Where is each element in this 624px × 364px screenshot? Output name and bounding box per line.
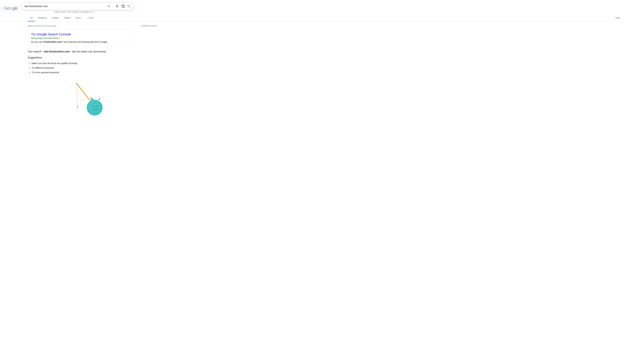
- google-logo[interactable]: Google: [4, 6, 18, 11]
- star-icon[interactable]: ★: [93, 11, 95, 13]
- svg-marker-10: [98, 97, 100, 100]
- microphone-button[interactable]: [115, 4, 119, 9]
- search-magnifier-icon: [127, 4, 131, 8]
- lens-icon: [121, 4, 125, 8]
- svg-rect-3: [123, 6, 125, 8]
- microphone-icon: [115, 4, 119, 8]
- search-button[interactable]: [127, 4, 131, 9]
- keyword-data-row: Volume: 0/mo | CPC: $0.00 | Competition:…: [54, 10, 134, 14]
- main-content: About 0 results (0.16 seconds) Try Googl…: [0, 22, 624, 123]
- logo-letter-o2: o: [10, 6, 12, 11]
- suggestions-heading: Suggestions:: [28, 56, 135, 59]
- logo-letter-g2: g: [12, 6, 14, 11]
- tab-images[interactable]: Images: [49, 15, 61, 22]
- promo-url: www.google.com/webmasters/: [31, 37, 128, 39]
- lens-button[interactable]: [121, 4, 125, 9]
- search-divider: [113, 4, 113, 8]
- dots-icon: ⋮: [86, 17, 88, 19]
- suggestion-item: Try different keywords.: [31, 66, 135, 70]
- suggestion-item: Make sure that all words are spelled cor…: [31, 61, 135, 66]
- logo-letter-g: G: [4, 6, 7, 11]
- search-input[interactable]: [24, 5, 105, 8]
- suggestion-item: Try more general keywords.: [31, 70, 135, 75]
- svg-rect-2: [121, 6, 123, 8]
- close-icon: ✕: [107, 4, 110, 8]
- logo-letter-e: e: [15, 6, 18, 11]
- svg-point-8: [87, 100, 101, 113]
- results-column: About 0 results (0.16 seconds) Try Googl…: [28, 25, 135, 123]
- no-results-text: Your search - site:fresherslive.com - di…: [28, 50, 135, 54]
- results-count: About 0 results (0.16 seconds): [28, 25, 135, 27]
- search-bar-container: ✕: [22, 2, 134, 14]
- clear-button[interactable]: ✕: [107, 4, 111, 9]
- tools-tab[interactable]: Tools: [611, 15, 624, 21]
- logo-letter-o1: o: [7, 6, 10, 11]
- tab-shopping[interactable]: Shopping: [35, 15, 49, 22]
- tab-news[interactable]: News: [73, 15, 84, 22]
- search-input-wrapper: ✕: [22, 2, 134, 10]
- right-column: Google promotion: [141, 25, 193, 123]
- google-promotion-label: Google promotion: [141, 25, 193, 27]
- no-results-section: Your search - site:fresherslive.com - di…: [28, 50, 135, 75]
- svg-rect-1: [123, 5, 125, 6]
- suggestions-list: Make sure that all words are spelled cor…: [28, 61, 135, 75]
- keyword-stats: Volume: 0/mo | CPC: $0.00 | Competition:…: [54, 11, 92, 13]
- no-results-illustration: [57, 81, 106, 117]
- promo-description: Do you own fresherslive.com? Get indexin…: [31, 40, 128, 44]
- svg-point-6: [77, 106, 78, 108]
- tab-videos[interactable]: Videos: [61, 15, 73, 22]
- header: Google ✕: [0, 0, 624, 14]
- svg-line-5: [76, 83, 78, 106]
- svg-marker-9: [90, 97, 93, 100]
- illustration-section: [28, 81, 135, 123]
- svg-rect-0: [121, 5, 123, 6]
- tab-all[interactable]: All: [28, 15, 35, 22]
- tab-more[interactable]: ⋮ More: [83, 15, 96, 21]
- promo-card: Try Google Search Console www.google.com…: [28, 30, 132, 47]
- search-nav-tabs: All Shopping Images Videos News ⋮ More T…: [0, 15, 624, 22]
- promo-title-link[interactable]: Try Google Search Console: [31, 32, 128, 36]
